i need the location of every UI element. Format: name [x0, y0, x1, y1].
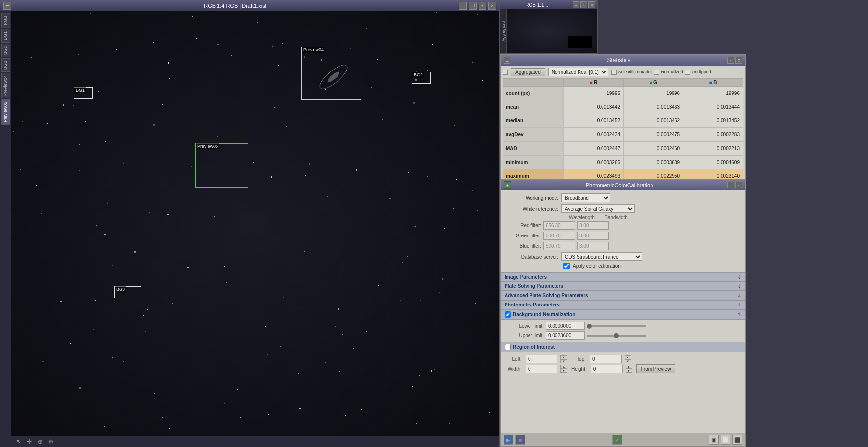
white-ref-select[interactable]: Average Spiral Galaxy	[561, 204, 635, 213]
green-wavelength-input[interactable]	[543, 232, 575, 240]
roi-left-down[interactable]: ▼	[560, 359, 567, 363]
green-bandwidth-input[interactable]	[577, 232, 609, 240]
bg-neut-check[interactable]	[505, 311, 511, 318]
preview-box-preview04[interactable]: Preview04	[301, 47, 361, 100]
roi-check[interactable]	[505, 344, 511, 350]
from-preview-btn[interactable]: From Preview	[636, 364, 675, 373]
zoom-icon[interactable]: ⊕	[36, 437, 45, 446]
lower-limit-slider[interactable]	[587, 325, 646, 327]
footer-run-btn[interactable]: ▶	[504, 435, 513, 445]
roi-left-spinner[interactable]: ▲ ▼	[560, 355, 567, 363]
unclipped-check[interactable]	[685, 70, 690, 75]
db-server-select[interactable]: CDS Strasbourg, France	[561, 252, 642, 261]
blue-wavelength-input[interactable]	[543, 242, 575, 250]
photometry-section[interactable]: Photometry Parameters ⇓	[501, 300, 745, 309]
stats-menu-btn[interactable]: ☰	[504, 57, 510, 64]
stats-aggregated-check[interactable]	[503, 70, 508, 75]
roi-left-up[interactable]: ▲	[560, 355, 567, 359]
preview-close-btn[interactable]: ×	[588, 1, 595, 8]
upper-limit-slider[interactable]	[587, 335, 646, 337]
roi-width-down[interactable]: ▼	[560, 369, 567, 373]
main-menu-btn[interactable]: ☰	[3, 2, 11, 10]
roi-width-up[interactable]: ▲	[560, 365, 567, 369]
preview-box-bg1[interactable]: BG1	[74, 87, 93, 99]
cursor-icon[interactable]: ↖	[14, 437, 23, 446]
settings-icon[interactable]: ⚙	[47, 437, 55, 446]
roi-top-input[interactable]	[590, 355, 622, 363]
roi-height-spinner[interactable]: ▲ ▼	[626, 365, 632, 373]
lower-limit-label: Lower limit:	[505, 323, 544, 329]
vtab-bg1[interactable]: BG1	[1, 29, 10, 43]
roi-width-spinner[interactable]: ▲ ▼	[560, 365, 567, 373]
roi-top-up[interactable]: ▲	[625, 355, 631, 359]
roi-content: Left: ▲ ▼ Top: ▲ ▼ Width: ▲ ▼	[501, 352, 745, 376]
sci-notation-check[interactable]	[611, 70, 617, 75]
preview-box-bg2[interactable]: BG2	[412, 72, 431, 84]
minimize-btn[interactable]: –	[459, 2, 467, 10]
statistics-window: ☰ Statistics × ⚙ Aggregated Normalized R…	[500, 54, 746, 191]
roi-height-up[interactable]: ▲	[626, 365, 632, 369]
stats-cell-g: 19996	[624, 87, 683, 100]
lower-limit-input[interactable]	[546, 322, 585, 330]
main-titlebar: ☰ RGB 1:4 RGB | Draft1.xisf – ❐ + ×	[0, 0, 499, 11]
stats-cell-label: avgDev	[503, 128, 564, 141]
footer-stop-btn[interactable]: ■	[515, 435, 525, 445]
vertical-tab-strip: RGB BG1 BG2 BG3 Preview04 Preview05	[0, 11, 11, 447]
footer-saveas-btn[interactable]: ⬜	[721, 435, 730, 445]
adv-plate-solving-section[interactable]: Advanced Plate Solving Parameters ⇓	[501, 291, 745, 300]
stats-normalize-select[interactable]: Normalized Real [0,1]	[548, 68, 608, 76]
roi-width-input[interactable]	[526, 365, 557, 373]
image-params-section[interactable]: Image Parameters ⇓	[501, 272, 745, 282]
stats-col-g: ■ G	[624, 79, 683, 87]
close-btn[interactable]: ×	[488, 2, 496, 10]
apply-color-calib-check[interactable]	[563, 263, 570, 269]
working-mode-row: Working mode: Broadband	[505, 193, 741, 202]
upper-limit-input[interactable]	[546, 331, 585, 340]
plate-solving-section[interactable]: Plate Solving Parameters ⇓	[501, 282, 745, 291]
stats-close-btn[interactable]: ×	[727, 57, 734, 64]
expand-btn[interactable]: +	[479, 2, 486, 10]
normalized-check[interactable]: ✓	[654, 70, 659, 75]
preview-thumbnail-titlebar: RGB 1:1 ... – + ×	[500, 0, 597, 9]
upper-limit-label: Upper limit:	[505, 333, 544, 338]
bandwidth-header: Bandwidth	[600, 215, 632, 220]
red-wavelength-input[interactable]	[543, 221, 575, 230]
preview-box-preview05[interactable]: Preview05	[195, 143, 248, 188]
blue-bandwidth-input[interactable]	[577, 242, 609, 250]
footer-checkmark-btn[interactable]: ✓	[612, 435, 622, 445]
wavelength-header: Wavelength	[563, 215, 600, 220]
footer-save-btn[interactable]: ▣	[709, 435, 719, 445]
red-bandwidth-input[interactable]	[577, 221, 609, 230]
roi-height-input[interactable]	[591, 365, 623, 373]
preview-box-bg3[interactable]: BG3	[114, 286, 141, 298]
preview-minimize-btn[interactable]: –	[573, 1, 579, 8]
bg-neut-section[interactable]: Background Neutralization ⇑	[501, 309, 745, 320]
pcc-minimize-btn[interactable]: –	[727, 182, 734, 188]
stats-settings-btn[interactable]: ⚙	[735, 57, 742, 64]
roi-height-label: Height:	[571, 366, 587, 372]
roi-height-down[interactable]: ▼	[626, 369, 632, 373]
roi-top-down[interactable]: ▼	[625, 359, 631, 363]
stats-aggregated-btn[interactable]: Aggregated	[511, 68, 545, 76]
vtab-rgb[interactable]: RGB	[1, 13, 10, 28]
footer-delete-btn[interactable]: ⬛	[732, 435, 742, 445]
preview-expand-btn[interactable]: +	[580, 1, 587, 8]
upper-limit-row: Upper limit:	[505, 331, 741, 340]
roi-top-spinner[interactable]: ▲ ▼	[625, 355, 631, 363]
bottom-toolbar: ↖ ✛ ⊕ ⚙	[11, 436, 499, 447]
restore-btn[interactable]: ❐	[469, 2, 477, 10]
vtab-preview05[interactable]: Preview05	[1, 99, 10, 125]
roi-section[interactable]: Region of Interest	[501, 342, 745, 352]
roi-left-input[interactable]	[526, 355, 557, 363]
working-mode-select[interactable]: Broadband	[561, 193, 610, 202]
bg-neut-header-content: Background Neutralization	[505, 311, 575, 318]
stats-cell-b: 0.0013452	[683, 114, 743, 128]
blue-filter-row: Blue filter:	[505, 242, 741, 250]
pcc-close-btn[interactable]: ×	[735, 182, 742, 188]
crosshair-icon[interactable]: ✛	[25, 437, 34, 446]
vtab-bg2[interactable]: BG2	[1, 44, 10, 57]
vtab-bg3[interactable]: BG3	[1, 58, 10, 72]
preview-label-bg1: BG1	[74, 87, 86, 93]
vtab-preview04[interactable]: Preview04	[1, 73, 10, 98]
preview-black-rect	[568, 36, 592, 48]
